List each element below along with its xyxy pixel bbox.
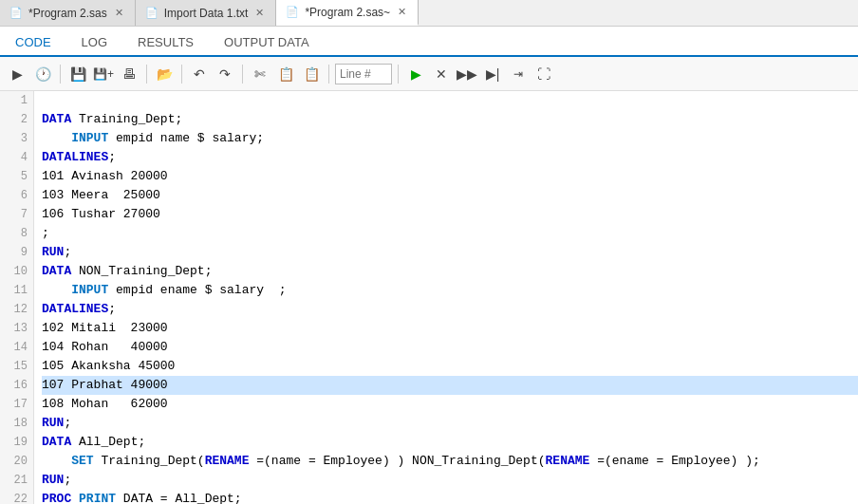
- nav-tabs: CODE LOG RESULTS OUTPUT DATA: [0, 27, 858, 57]
- code-line-5: 101 Avinash 20000: [42, 167, 858, 186]
- tab-log[interactable]: LOG: [66, 29, 122, 57]
- ln-18: 18: [0, 414, 33, 433]
- code-line-12: DATALINES;: [42, 300, 858, 319]
- submit-btn[interactable]: ▶▶: [456, 63, 478, 85]
- sep1: [60, 65, 61, 84]
- print-btn[interactable]: 🖶: [118, 63, 140, 85]
- ln-19: 19: [0, 433, 33, 452]
- code-line-6: 103 Meera 25000: [42, 186, 858, 205]
- code-line-22: PROC PRINT DATA = All_Dept;: [42, 490, 858, 504]
- ln-4: 4: [0, 148, 33, 167]
- code-line-9: RUN;: [42, 243, 858, 262]
- ln-17: 17: [0, 395, 33, 414]
- tab-label-import1: Import Data 1.txt: [164, 7, 249, 20]
- tab-import1[interactable]: 📄 Import Data 1.txt ✕: [136, 0, 277, 26]
- play-btn[interactable]: ▶: [404, 63, 427, 85]
- code-line-2: DATA Training_Dept;: [42, 110, 858, 129]
- tab-output-data[interactable]: OUTPUT DATA: [209, 29, 325, 57]
- code-line-19: DATA All_Dept;: [42, 433, 858, 452]
- sep4: [242, 65, 243, 84]
- code-line-17: 108 Mohan 62000: [42, 395, 858, 414]
- sep2: [146, 65, 147, 84]
- open-btn[interactable]: 📂: [153, 63, 176, 85]
- code-line-7: 106 Tushar 27000: [42, 205, 858, 224]
- ln-16: 16: [0, 376, 33, 395]
- ln-20: 20: [0, 452, 33, 471]
- code-line-8: ;: [42, 224, 858, 243]
- ln-3: 3: [0, 129, 33, 148]
- tab-icon-sas-2: 📄: [286, 6, 299, 18]
- sep3: [181, 65, 182, 84]
- code-line-13: 102 Mitali 23000: [42, 319, 858, 338]
- redo-btn[interactable]: ↷: [214, 63, 236, 85]
- tab-label-prog2-2: *Program 2.sas~: [305, 6, 390, 19]
- ln-5: 5: [0, 167, 33, 186]
- schedule-btn[interactable]: 🕐: [31, 63, 54, 85]
- step-btn[interactable]: ✕: [430, 63, 453, 85]
- tab-results[interactable]: RESULTS: [122, 29, 209, 57]
- code-editor: 1 2 3 4 5 6 7 8 9 10 11 12 13 14 15 16 1…: [0, 91, 858, 504]
- stream-btn[interactable]: ▶|: [481, 63, 504, 85]
- indent-btn[interactable]: ⇥: [507, 63, 530, 85]
- sep5: [328, 65, 329, 84]
- ln-9: 9: [0, 243, 33, 262]
- tab-code[interactable]: CODE: [0, 29, 66, 57]
- code-line-14: 104 Rohan 40000: [42, 338, 858, 357]
- sep6: [398, 65, 399, 84]
- tab-bar: 📄 *Program 2.sas ✕ 📄 Import Data 1.txt ✕…: [0, 0, 858, 27]
- tab-prog2-1[interactable]: 📄 *Program 2.sas ✕: [0, 0, 136, 26]
- tab-close-1[interactable]: ✕: [113, 6, 125, 20]
- line-numbers: 1 2 3 4 5 6 7 8 9 10 11 12 13 14 15 16 1…: [0, 91, 34, 504]
- code-line-16: 107 Prabhat 49000: [42, 376, 858, 395]
- copy-btn[interactable]: 📋: [274, 63, 297, 85]
- line-number-input[interactable]: [335, 64, 392, 84]
- code-line-18: RUN;: [42, 414, 858, 433]
- ln-2: 2: [0, 110, 33, 129]
- tab-close-3[interactable]: ✕: [396, 5, 408, 19]
- tab-icon-sas-1: 📄: [9, 7, 23, 19]
- tab-label-prog2-1: *Program 2.sas: [28, 7, 107, 20]
- code-line-4: DATALINES;: [42, 148, 858, 167]
- ln-8: 8: [0, 224, 33, 243]
- toolbar: ▶ 🕐 💾 💾+ 🖶 📂 ↶ ↷ ✄ 📋 📋 ▶ ✕ ▶▶ ▶| ⇥ ⛶: [0, 57, 858, 91]
- ln-22: 22: [0, 490, 33, 504]
- code-line-1: [42, 91, 858, 110]
- ln-21: 21: [0, 471, 33, 490]
- code-line-21: RUN;: [42, 471, 858, 490]
- tab-icon-txt: 📄: [145, 7, 159, 19]
- tab-close-2[interactable]: ✕: [253, 6, 266, 20]
- ln-6: 6: [0, 186, 33, 205]
- code-line-3: INPUT empid name $ salary;: [42, 129, 858, 148]
- ln-1: 1: [0, 91, 33, 110]
- code-line-15: 105 Akanksha 45000: [42, 357, 858, 376]
- fullscreen-btn[interactable]: ⛶: [532, 63, 555, 85]
- save-all-btn[interactable]: 💾+: [92, 63, 115, 85]
- cut-btn[interactable]: ✄: [249, 63, 271, 85]
- ln-12: 12: [0, 300, 33, 319]
- tab-prog2-2[interactable]: 📄 *Program 2.sas~ ✕: [276, 0, 419, 26]
- ln-7: 7: [0, 205, 33, 224]
- ln-11: 11: [0, 281, 33, 300]
- code-line-20: SET Training_Dept(RENAME =(name = Employ…: [42, 452, 858, 471]
- ln-14: 14: [0, 338, 33, 357]
- code-line-10: DATA NON_Training_Dept;: [42, 262, 858, 281]
- ln-13: 13: [0, 319, 33, 338]
- save-btn[interactable]: 💾: [66, 63, 89, 85]
- code-line-11: INPUT empid ename $ salary ;: [42, 281, 858, 300]
- ln-10: 10: [0, 262, 33, 281]
- code-content[interactable]: DATA Training_Dept; INPUT empid name $ s…: [34, 91, 858, 504]
- run-submenu-btn[interactable]: ▶: [6, 63, 28, 85]
- ln-15: 15: [0, 357, 33, 376]
- paste-btn[interactable]: 📋: [300, 63, 323, 85]
- undo-btn[interactable]: ↶: [188, 63, 211, 85]
